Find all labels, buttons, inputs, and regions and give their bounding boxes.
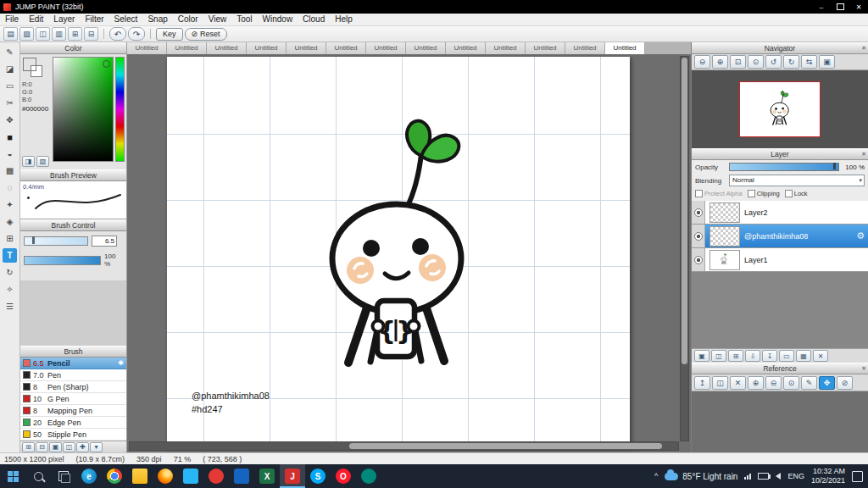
clipping-checkbox[interactable]: Clipping <box>748 190 780 197</box>
lock-checkbox[interactable]: Lock <box>785 190 808 197</box>
document-tab[interactable]: Untitled <box>287 42 326 54</box>
menu-window[interactable]: Window <box>258 14 298 25</box>
foreground-color-swatch[interactable] <box>23 58 36 71</box>
clock-widget[interactable]: 10:32 AM 10/2/2021 <box>811 467 845 485</box>
swap-colors-icon[interactable]: ▧ <box>36 156 49 167</box>
open-file-icon[interactable]: ▨ <box>19 27 34 41</box>
brush-item-mapping-pen[interactable]: 8 Mapping Pen <box>20 405 126 417</box>
taskbar-app-opera[interactable]: O <box>331 464 356 488</box>
blending-select[interactable]: Normal▾ <box>729 175 865 186</box>
pen-tool[interactable]: ✎ <box>3 45 17 59</box>
menu-edit[interactable]: Edit <box>24 14 48 25</box>
ref-zoom-in-icon[interactable]: ⊕ <box>748 376 764 390</box>
layer-close-icon[interactable]: ✕ <box>861 149 866 159</box>
gear-icon[interactable]: ⚙ <box>856 230 865 241</box>
layer-row-layer1[interactable]: Layer1 <box>692 248 868 272</box>
ref-zoom-reset-icon[interactable]: ⊙ <box>783 376 799 390</box>
text-tool[interactable]: T <box>3 248 17 263</box>
fg-bg-swatches[interactable] <box>23 58 43 78</box>
volume-icon[interactable] <box>776 473 781 480</box>
opacity-slider-thumb[interactable] <box>833 163 836 169</box>
document-tab[interactable]: Untitled <box>565 42 605 54</box>
transfer-icon[interactable]: ↧ <box>762 350 777 362</box>
gradient-tool[interactable]: ▩ <box>3 164 17 178</box>
document-tab[interactable]: Untitled <box>207 42 247 54</box>
taskbar-app-explorer[interactable] <box>127 464 153 488</box>
remove-brush-icon[interactable]: ⊟ <box>36 442 48 452</box>
load-image-icon[interactable]: ↥ <box>694 376 710 390</box>
menu-snap[interactable]: Snap <box>142 14 172 25</box>
ref-disable-icon[interactable]: ⊘ <box>837 376 853 390</box>
brush-size-slider[interactable] <box>24 236 88 246</box>
menu-color[interactable]: Color <box>173 14 203 25</box>
taskbar-app-skype[interactable]: S <box>305 464 331 488</box>
new-brush-icon[interactable]: ✚ <box>76 442 89 452</box>
document-tab[interactable]: Untitled <box>526 42 565 54</box>
document-tab-active[interactable]: Untitled <box>605 42 645 54</box>
document-tab[interactable]: Untitled <box>127 42 167 54</box>
duplicate-layer-icon[interactable]: ⊞ <box>728 350 743 362</box>
tray-expand-icon[interactable]: ^ <box>654 472 658 480</box>
ref-zoom-out-icon[interactable]: ⊖ <box>765 376 782 390</box>
document-tab[interactable]: Untitled <box>486 42 526 54</box>
saturation-value-picker[interactable] <box>53 57 114 162</box>
rotate-right-icon[interactable]: ↻ <box>783 55 799 69</box>
document-tab[interactable]: Untitled <box>446 42 486 54</box>
brush-item-pencil[interactable]: 6.5 Pencil ✱ <box>20 358 126 369</box>
taskbar-app-blue[interactable] <box>229 464 254 488</box>
lasso-tool[interactable]: ✂ <box>3 96 17 110</box>
taskbar-app-chrome[interactable] <box>102 464 127 488</box>
layer-thumbnail[interactable] <box>709 226 740 247</box>
zoom-out-icon[interactable]: ⊖ <box>694 55 710 69</box>
brush-opacity-slider[interactable] <box>24 256 101 265</box>
zoom-actual-icon[interactable]: ⊙ <box>748 55 764 69</box>
export-icon[interactable]: ▥ <box>52 27 66 41</box>
save-icon[interactable]: ◫ <box>36 27 50 41</box>
new-layer-icon[interactable]: ▣ <box>694 350 709 362</box>
document-tab[interactable]: Untitled <box>366 42 406 54</box>
reset-view-icon[interactable]: ▣ <box>819 55 835 69</box>
menu-file[interactable]: File <box>0 14 24 25</box>
horizontal-scrollbar-thumb[interactable] <box>349 443 662 449</box>
palette-icon[interactable]: ◨ <box>22 156 35 167</box>
document-tab[interactable]: Untitled <box>406 42 446 54</box>
zoom-in-icon[interactable]: ⊕ <box>712 55 728 69</box>
brush-item-pen-sharp[interactable]: 8 Pen (Sharp) <box>20 381 126 393</box>
menu-tool[interactable]: Tool <box>231 14 257 25</box>
menu-cloud[interactable]: Cloud <box>298 14 330 25</box>
mask-icon[interactable]: ▦ <box>796 350 811 362</box>
reset-button[interactable]: ⊘Reset <box>185 28 227 41</box>
layer-row-layer2[interactable]: Layer2 <box>692 201 868 225</box>
divide-tool[interactable]: ⊞ <box>3 231 17 246</box>
rotate-tool[interactable]: ↻ <box>3 265 17 280</box>
zoom-fit-icon[interactable]: ⊡ <box>730 55 746 69</box>
brush-item-stipple-pen[interactable]: 50 Stipple Pen <box>20 429 126 441</box>
add-brush-icon[interactable]: ⊞ <box>22 442 35 452</box>
ref-pan-icon[interactable]: ✥ <box>819 376 835 390</box>
document-tab[interactable]: Untitled <box>326 42 366 54</box>
layer-thumbnail[interactable] <box>709 250 740 270</box>
brush-menu-icon[interactable]: ▾ <box>90 442 103 452</box>
search-button[interactable] <box>25 464 51 488</box>
layer-visibility-toggle[interactable] <box>692 225 705 247</box>
marquee-tool[interactable]: ▭ <box>3 79 17 93</box>
bucket-tool[interactable]: ◒ <box>3 147 17 161</box>
menu-help[interactable]: Help <box>330 14 358 25</box>
dot-tool[interactable]: ◌ <box>3 180 17 195</box>
hand-tool[interactable]: ☰ <box>3 299 17 313</box>
menu-filter[interactable]: Filter <box>80 14 108 25</box>
document-tab[interactable]: Untitled <box>247 42 287 54</box>
clear-reference-icon[interactable]: ✕ <box>730 376 746 390</box>
start-button[interactable] <box>0 464 25 488</box>
layer-visibility-toggle[interactable] <box>692 201 705 224</box>
taskbar-app-edge[interactable]: e <box>76 464 102 488</box>
rotate-left-icon[interactable]: ↺ <box>765 55 782 69</box>
navigator-close-icon[interactable]: ✕ <box>861 43 866 53</box>
weather-widget[interactable]: 85°F Light rain <box>665 472 737 481</box>
redo-button[interactable]: ↷ <box>128 27 145 41</box>
document-tab[interactable]: Untitled <box>167 42 207 54</box>
snap-icon[interactable]: ⊟ <box>84 27 98 41</box>
taskbar-app-teams[interactable] <box>356 464 381 488</box>
taskbar-app-excel[interactable]: X <box>254 464 280 488</box>
wand-tool[interactable]: ✦ <box>3 197 17 212</box>
